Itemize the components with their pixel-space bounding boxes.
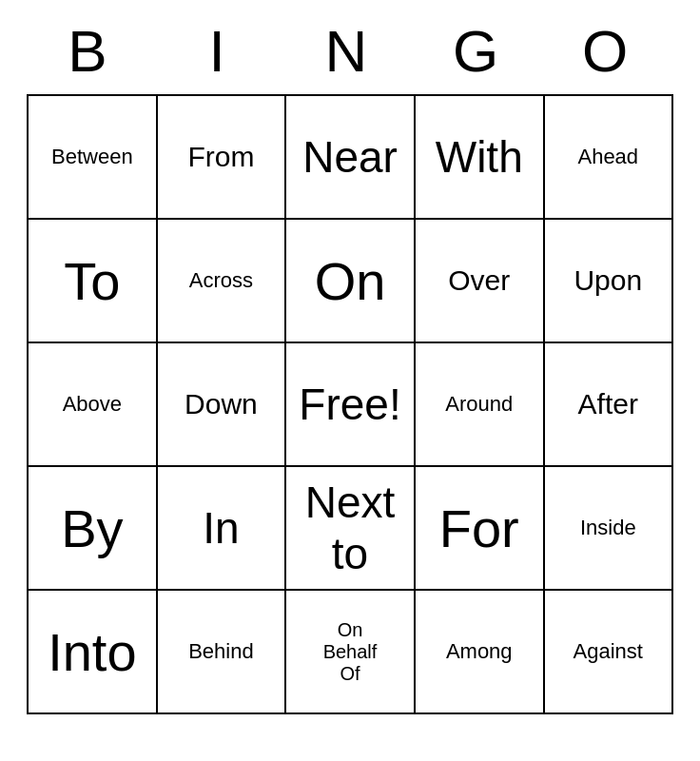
cell-r4-c2[interactable]: OnBehalfOf — [285, 590, 415, 713]
header-letter-b: B — [27, 17, 156, 85]
cell-r3-c1[interactable]: In — [157, 466, 285, 590]
cell-r4-c0[interactable]: Into — [28, 590, 157, 713]
cell-r2-c4[interactable]: After — [544, 342, 672, 466]
cell-r3-c0[interactable]: By — [28, 466, 157, 590]
header-letter-i: I — [156, 17, 285, 85]
cell-r1-c1[interactable]: Across — [157, 219, 285, 342]
cell-r2-c3[interactable]: Around — [415, 342, 544, 466]
cell-r3-c4[interactable]: Inside — [544, 466, 672, 590]
cell-r1-c0[interactable]: To — [28, 219, 157, 342]
cell-r1-c4[interactable]: Upon — [544, 219, 672, 342]
cell-r2-c0[interactable]: Above — [28, 342, 157, 466]
cell-r2-c1[interactable]: Down — [157, 342, 285, 466]
cell-r2-c2[interactable]: Free! — [285, 342, 415, 466]
cell-r4-c4[interactable]: Against — [544, 590, 672, 713]
cell-r0-c1[interactable]: From — [157, 95, 285, 219]
cell-r0-c2[interactable]: Near — [285, 95, 415, 219]
cell-r0-c4[interactable]: Ahead — [544, 95, 672, 219]
cell-r1-c3[interactable]: Over — [415, 219, 544, 342]
cell-r3-c3[interactable]: For — [415, 466, 544, 590]
cell-r0-c3[interactable]: With — [415, 95, 544, 219]
bingo-grid: BetweenFromNearWithAheadToAcrossOnOverUp… — [27, 94, 673, 714]
header-letter-o: O — [544, 17, 673, 85]
header-letter-n: N — [285, 17, 415, 85]
cell-r1-c2[interactable]: On — [285, 219, 415, 342]
header-letter-g: G — [415, 17, 544, 85]
cell-r3-c2[interactable]: Nextto — [285, 466, 415, 590]
bingo-header: B I N G O — [27, 0, 673, 94]
cell-r0-c0[interactable]: Between — [28, 95, 157, 219]
cell-r4-c1[interactable]: Behind — [157, 590, 285, 713]
cell-r4-c3[interactable]: Among — [415, 590, 544, 713]
